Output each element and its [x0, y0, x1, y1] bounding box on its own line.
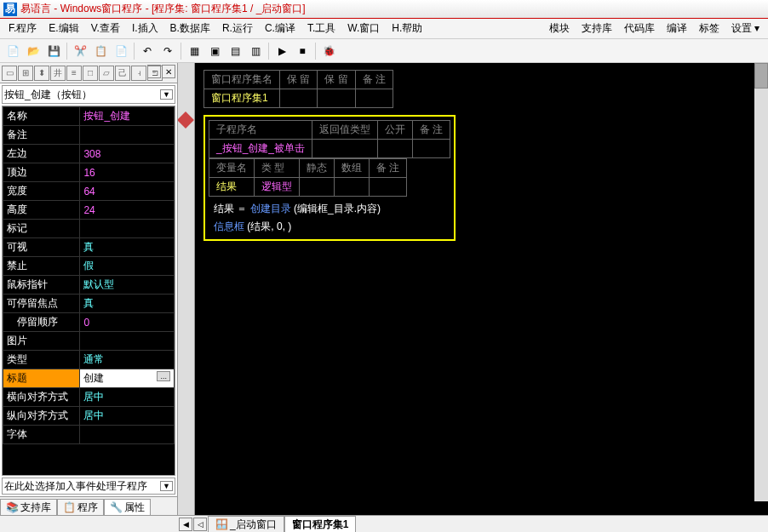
window-title: 易语言 - Windows窗口程序 - [程序集: 窗口程序集1 / _启动窗口…	[20, 2, 306, 16]
panel-min-icon[interactable]: ▫	[147, 65, 161, 78]
tab-nav-first-icon[interactable]: ◀	[179, 518, 192, 531]
menu-item[interactable]: C.编译	[260, 20, 301, 37]
copy-button[interactable]: 📋	[91, 42, 110, 60]
workspace: ▭ ⊞ ⬍ 井 ≡ □ ▱ 己 ⫞ ⊐ ▫ ✕ 按钮_创建（按钮） ▼ 名称按钮…	[0, 63, 768, 515]
menu-item[interactable]: I.插入	[127, 20, 163, 37]
property-row[interactable]: 顶边16	[3, 163, 175, 182]
new-file-button[interactable]: 📄	[3, 42, 22, 60]
run-button[interactable]: ▶	[272, 42, 291, 60]
tool-1-icon[interactable]: ▭	[2, 66, 17, 81]
breakpoint-marker-icon[interactable]	[178, 112, 194, 129]
left-icon-toolbar: ▭ ⊞ ⬍ 井 ≡ □ ▱ 己 ⫞ ⊐ ▫ ✕	[0, 63, 177, 83]
menu-item[interactable]: 编译	[662, 20, 692, 37]
menu-item[interactable]: V.查看	[86, 20, 125, 37]
chevron-down-icon: ▼	[160, 481, 173, 491]
bottom-tabs: ◀ ◁ 🪟_启动窗口窗口程序集1	[0, 515, 768, 532]
debug-button[interactable]: 🐞	[319, 42, 338, 60]
left-tab[interactable]: 🔧属性	[104, 499, 151, 515]
save-button[interactable]: 💾	[44, 42, 63, 60]
gutter	[178, 63, 195, 515]
tool-5-icon[interactable]: ≡	[66, 66, 82, 81]
property-row[interactable]: 名称按钮_创建	[3, 107, 175, 126]
open-file-button[interactable]: 📂	[24, 42, 43, 60]
code-line-2[interactable]: 信息框 (结果, 0, )	[209, 218, 450, 236]
tab-nav-prev-icon[interactable]: ◁	[193, 518, 207, 531]
menu-item[interactable]: 支持库	[576, 20, 617, 37]
tool-2-icon[interactable]: ⊞	[18, 66, 33, 81]
app-logo-icon: 易	[3, 3, 17, 16]
tab-icon: 🔧	[110, 501, 123, 513]
editor-tab[interactable]: 窗口程序集1	[284, 516, 357, 533]
chevron-down-icon: ▼	[160, 89, 173, 100]
property-row[interactable]: 鼠标指针默认型	[3, 276, 175, 295]
property-row[interactable]: 高度24	[3, 201, 175, 220]
property-row[interactable]: 类型通常	[3, 351, 175, 369]
property-row[interactable]: 备注	[3, 126, 175, 145]
cut-button[interactable]: ✂️	[71, 42, 89, 60]
panel-close-icon[interactable]: ✕	[162, 65, 175, 78]
left-tab[interactable]: 📚支持库	[0, 499, 57, 515]
code-body[interactable]: 窗口程序集名保 留保 留备 注 窗口程序集1 子程序名返回值类型公开备 注 _按…	[203, 70, 759, 241]
property-row[interactable]: 标记	[3, 220, 175, 238]
tool-6-icon[interactable]: □	[83, 66, 98, 81]
menu-item[interactable]: 代码库	[619, 20, 660, 37]
property-row[interactable]: 可停留焦点真	[3, 295, 175, 313]
menu-item[interactable]: E.编辑	[43, 20, 83, 37]
tab-icon: 📋	[63, 501, 76, 513]
menu-item[interactable]: H.帮助	[387, 20, 427, 37]
highlighted-sub: 子程序名返回值类型公开备 注 _按钮_创建_被单击 变量名类 型静态数组备 注 …	[203, 115, 456, 241]
menu-item[interactable]: R.运行	[217, 20, 258, 37]
object-combo[interactable]: 按钮_创建（按钮） ▼	[2, 85, 175, 104]
menubar: F.程序E.编辑V.查看I.插入B.数据库R.运行C.编译T.工具W.窗口H.帮…	[0, 19, 768, 39]
property-row[interactable]: 禁止假	[3, 257, 175, 276]
scrollbar-vertical[interactable]	[754, 63, 768, 501]
redo-button[interactable]: ↷	[158, 42, 177, 60]
event-combo[interactable]: 在此处选择加入事件处理子程序 ▼	[2, 478, 175, 495]
menu-right: 模块支持库代码库编译标签设置 ▾	[544, 20, 765, 37]
toolbar-main: 📄 📂 💾 ✂️ 📋 📄 ↶ ↷ ▦ ▣ ▤ ▥ ▶ ■ 🐞	[0, 39, 768, 63]
menu-left: F.程序E.编辑V.查看I.插入B.数据库R.运行C.编译T.工具W.窗口H.帮…	[3, 20, 427, 37]
undo-button[interactable]: ↶	[138, 42, 157, 60]
ellipsis-button[interactable]: ...	[157, 371, 170, 381]
vars-table: 变量名类 型静态数组备 注 结果逻辑型	[209, 158, 407, 197]
sub-header-table: 子程序名返回值类型公开备 注 _按钮_创建_被单击	[209, 120, 450, 158]
property-row[interactable]: 标题创建...	[3, 369, 175, 388]
menu-item[interactable]: F.程序	[3, 20, 42, 37]
layout4-button[interactable]: ▥	[246, 42, 265, 60]
property-grid[interactable]: 名称按钮_创建备注左边308顶边16宽度64高度24标记可视真禁止假鼠标指针默认…	[2, 106, 175, 476]
titlebar: 易 易语言 - Windows窗口程序 - [程序集: 窗口程序集1 / _启动…	[0, 0, 768, 19]
property-row[interactable]: 可视真	[3, 238, 175, 257]
property-row[interactable]: 纵向对齐方式居中	[3, 407, 175, 426]
object-combo-text: 按钮_创建（按钮）	[4, 88, 92, 102]
property-row[interactable]: 图片	[3, 332, 175, 351]
property-row[interactable]: 横向对齐方式居中	[3, 388, 175, 407]
tool-4-icon[interactable]: 井	[50, 66, 66, 81]
property-row[interactable]: 停留顺序0	[3, 313, 175, 332]
assembly-header-table: 窗口程序集名保 留保 留备 注 窗口程序集1	[203, 70, 393, 108]
left-panel: ▭ ⊞ ⬍ 井 ≡ □ ▱ 己 ⫞ ⊐ ▫ ✕ 按钮_创建（按钮） ▼ 名称按钮…	[0, 63, 178, 515]
stop-button[interactable]: ■	[293, 42, 312, 60]
event-combo-text: 在此处选择加入事件处理子程序	[4, 479, 147, 494]
tool-3-icon[interactable]: ⬍	[34, 66, 49, 81]
menu-item[interactable]: B.数据库	[165, 20, 215, 37]
tool-9-icon[interactable]: ⫞	[131, 66, 146, 81]
menu-item[interactable]: 设置 ▾	[726, 20, 765, 37]
property-row[interactable]: 字体	[3, 426, 175, 444]
left-tab[interactable]: 📋程序	[57, 499, 104, 515]
menu-item[interactable]: W.窗口	[342, 20, 385, 37]
tool-8-icon[interactable]: 己	[115, 66, 130, 81]
layout2-button[interactable]: ▣	[205, 42, 224, 60]
code-line-1[interactable]: 结果 ＝ 创建目录 (编辑框_目录.内容)	[209, 200, 450, 218]
code-area: 窗口程序集名保 留保 留备 注 窗口程序集1 子程序名返回值类型公开备 注 _按…	[178, 63, 768, 515]
menu-item[interactable]: 模块	[544, 20, 575, 37]
layout3-button[interactable]: ▤	[226, 42, 244, 60]
tab-icon: 📚	[6, 501, 19, 513]
menu-item[interactable]: T.工具	[302, 20, 341, 37]
tool-7-icon[interactable]: ▱	[99, 66, 114, 81]
paste-button[interactable]: 📄	[112, 42, 130, 60]
property-row[interactable]: 左边308	[3, 145, 175, 163]
layout1-button[interactable]: ▦	[185, 42, 203, 60]
editor-tab[interactable]: 🪟_启动窗口	[208, 516, 284, 533]
property-row[interactable]: 宽度64	[3, 182, 175, 201]
menu-item[interactable]: 标签	[694, 20, 725, 37]
